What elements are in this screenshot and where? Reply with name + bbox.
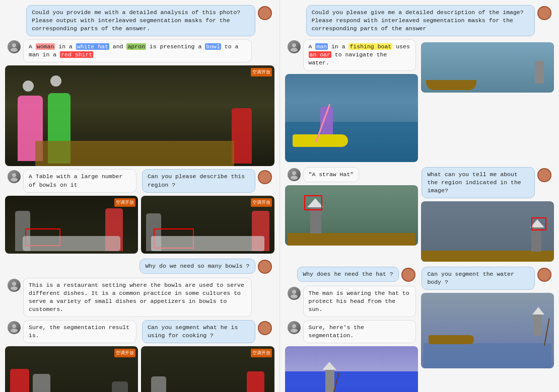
figure-right-4 xyxy=(112,381,128,392)
right-bot-bubble-3: The man is wearing the hat to protect hi… xyxy=(303,286,416,317)
svg-point-12 xyxy=(292,290,296,294)
hat-3 xyxy=(307,198,323,207)
right-image-6 xyxy=(421,293,554,368)
left-bot-bubble-4: Sure, the segmentation result is. xyxy=(23,320,136,343)
hat-4 xyxy=(530,219,544,227)
svg-point-5 xyxy=(11,286,18,290)
left-user-bubble-4: Can you segment what he is using for coo… xyxy=(142,320,255,343)
bowls-3 xyxy=(151,236,264,251)
boat-brown-1 xyxy=(426,80,476,90)
right-user-text-3: Why does he need the hat ? xyxy=(303,271,393,277)
hl-apron: apron xyxy=(126,43,146,50)
left-image-3: 空调开放 xyxy=(141,196,274,254)
figure-3 xyxy=(310,206,321,233)
figure-red-seg xyxy=(232,108,252,164)
figure-cook-2 xyxy=(151,376,166,392)
left-user-avatar-2 xyxy=(258,170,272,184)
right-user-avatar-3 xyxy=(401,268,415,282)
left-two-col-1: A Table with a large number of bowls on … xyxy=(5,169,274,256)
left-user-bubble-1: Could you provide me with a detailed ana… xyxy=(26,5,255,36)
left-user-row-2: Can you please describe this region ? xyxy=(141,169,274,192)
right-image-2 xyxy=(421,42,554,93)
left-bot-row-3: This is a restaurant setting where the b… xyxy=(5,278,274,317)
right-bottom-two-col: Why does he need the hat ? The man is we… xyxy=(285,267,554,392)
figure-4 xyxy=(531,226,541,252)
left-bot-avatar-3 xyxy=(8,279,21,292)
right-bot-bubble-4: Sure, here's the segmentation. xyxy=(303,320,416,343)
hat-6 xyxy=(532,307,544,315)
right-user-bubble-2: What can you tell me about the region in… xyxy=(422,167,535,198)
left-user-avatar-1 xyxy=(258,6,272,20)
left-image-4: 空调开放 xyxy=(5,346,138,392)
water-seg xyxy=(285,371,418,392)
left-bot-avatar-4 xyxy=(8,321,21,334)
left-panel: Could you provide me with a detailed ana… xyxy=(0,0,280,392)
hl-oar: an oar xyxy=(309,51,331,58)
left-bot-row-2: A Table with a large number of bowls on … xyxy=(5,169,138,192)
hl-bowl: bowl xyxy=(205,43,221,50)
right-bot-row-3: The man is wearing the hat to protect hi… xyxy=(285,286,418,317)
right-image-4 xyxy=(421,201,554,262)
svg-point-7 xyxy=(11,329,18,333)
sign-overlay-4: 空调开放 xyxy=(114,349,135,357)
right-bot-bubble-1: A man in a fishing boat uses an oar to n… xyxy=(303,39,416,70)
right-user-row-2: What can you tell me about the region in… xyxy=(421,167,554,198)
right-mid-two-col: "A straw Hat" What can you tell xyxy=(285,167,554,265)
left-bottom-row: Sure, the segmentation result is. 空调开放 xyxy=(5,320,274,392)
svg-point-2 xyxy=(12,173,16,177)
svg-point-0 xyxy=(12,43,16,47)
right-bot-row-4: Sure, here's the segmentation. xyxy=(285,320,418,343)
face-blur-2 xyxy=(50,75,61,87)
svg-point-10 xyxy=(292,171,296,175)
hl-woman: woman xyxy=(36,43,55,50)
sign-overlay-1: 空调开放 xyxy=(251,68,272,76)
left-bot-text-2: A Table with a large number of bowls on … xyxy=(29,173,122,188)
right-user-text-2: What can you tell me about the region in… xyxy=(427,171,521,194)
right-user-avatar-4 xyxy=(537,268,551,282)
svg-point-13 xyxy=(291,294,298,298)
sign-overlay-3: 空调开放 xyxy=(251,198,272,207)
figure-6 xyxy=(533,313,541,336)
svg-point-9 xyxy=(291,48,298,52)
figure-small-1 xyxy=(535,61,544,84)
right-user-bubble-4: Can you segment the water body ? xyxy=(422,267,535,290)
right-bot-text-2: "A straw Hat" xyxy=(309,171,354,178)
left-image-1: 空调开放 xyxy=(5,65,274,166)
boat-6 xyxy=(429,335,474,344)
right-user-query-1: Could you please give me a detailed desc… xyxy=(285,5,554,36)
svg-point-11 xyxy=(291,176,298,180)
right-user-avatar-2 xyxy=(537,168,551,182)
figure-cook-1 xyxy=(247,371,264,392)
left-bot-text-3: This is a restaurant setting where the b… xyxy=(29,282,244,312)
right-user-text-4: Can you segment the water body ? xyxy=(427,271,514,285)
main-container: Could you provide me with a detailed ana… xyxy=(0,0,559,392)
oar-6 xyxy=(544,319,550,346)
face-blur-1 xyxy=(23,81,34,92)
left-bot-avatar-2 xyxy=(8,170,21,183)
right-bot-text-3: The man is wearing the hat to protect hi… xyxy=(309,290,409,312)
svg-point-4 xyxy=(12,282,16,286)
right-image-1 xyxy=(285,74,418,162)
left-user-query-1: Could you provide me with a detailed ana… xyxy=(5,5,274,36)
left-user-bubble-3: Why do we need so many bowls ? xyxy=(139,259,255,274)
hl-fishing-boat: fishing boat xyxy=(348,43,392,50)
sign-overlay-5: 空调开放 xyxy=(251,349,272,357)
bowls-2 xyxy=(23,236,120,251)
figure-5 xyxy=(325,369,334,392)
svg-point-8 xyxy=(292,43,296,47)
right-user-text-1: Could you please give me a detailed desc… xyxy=(312,9,524,32)
left-user-avatar-3 xyxy=(258,260,272,274)
left-image-2: 空调开放 xyxy=(5,196,138,254)
table-seg xyxy=(35,141,234,166)
right-bot-row-1: A man in a fishing boat uses an oar to n… xyxy=(285,39,418,70)
svg-point-1 xyxy=(11,48,18,52)
right-bot-bubble-2: "A straw Hat" xyxy=(303,167,360,182)
boat-4 xyxy=(421,251,554,262)
left-bot-bubble-3: This is a restaurant setting where the b… xyxy=(23,278,252,317)
svg-point-15 xyxy=(291,329,298,333)
figure-left-4 xyxy=(10,369,29,392)
boat-3 xyxy=(288,233,415,246)
left-bot-row-1: A woman in a white hat and apron is pres… xyxy=(5,39,274,62)
left-user-text-2: Can you please describe this region ? xyxy=(148,173,245,188)
left-user-text-1: Could you provide me with a detailed ana… xyxy=(32,9,240,32)
